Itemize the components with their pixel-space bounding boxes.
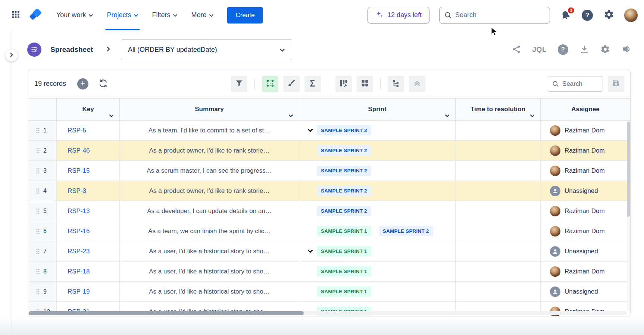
table-row[interactable]: 7 RSP-23 As a user, I'd like a historica… <box>28 241 630 262</box>
horizontal-scrollbar-thumb[interactable] <box>29 311 304 315</box>
time-to-resolution-cell[interactable] <box>456 241 541 261</box>
formatting-button[interactable] <box>262 76 278 92</box>
sheet-settings-button[interactable] <box>600 44 610 55</box>
time-to-resolution-cell[interactable] <box>456 161 541 181</box>
time-to-resolution-cell[interactable] <box>456 221 541 241</box>
summary-cell[interactable]: As a team, I'd like to commit to a set o… <box>120 120 299 140</box>
summary-cell[interactable]: As a user, I'd like a historical story t… <box>120 262 299 281</box>
jql-button[interactable]: JQL <box>532 46 547 54</box>
time-to-resolution-cell[interactable] <box>456 262 541 281</box>
collapse-all-button[interactable] <box>409 76 425 92</box>
filter-button[interactable] <box>231 76 247 92</box>
refresh-button[interactable] <box>98 78 108 90</box>
vertical-scrollbar-thumb[interactable] <box>627 122 630 217</box>
summary-cell[interactable]: As a developer, I can update details on … <box>120 201 299 221</box>
table-row[interactable]: 2 RSP-46 As a product owner, I'd like to… <box>28 141 630 161</box>
sprint-tag[interactable]: SAMPLE SPRINT 1 <box>317 246 371 256</box>
summary-cell[interactable]: As a product owner, I'd like to rank sto… <box>120 141 299 160</box>
global-search-input[interactable] <box>439 7 550 24</box>
header-cell-assignee[interactable]: Assignee <box>541 98 630 120</box>
add-record-button[interactable] <box>77 78 88 90</box>
summary-cell[interactable]: As a user, I'd like a historical story t… <box>120 282 299 301</box>
sprint-cell[interactable]: SAMPLE SPRINT 2 <box>299 120 456 140</box>
share-button[interactable] <box>512 44 521 55</box>
header-cell-key[interactable]: Key <box>57 98 120 120</box>
drag-handle-icon[interactable] <box>36 269 40 275</box>
assignee-cell[interactable]: Raziman Dom <box>541 120 630 140</box>
nav-item-your-work[interactable]: Your work <box>55 0 95 30</box>
header-cell-sprint[interactable]: Sprint <box>299 98 456 120</box>
time-to-resolution-cell[interactable] <box>456 282 541 301</box>
summary-cell[interactable]: As a scrum master, I can see the progres… <box>120 161 299 181</box>
header-cell-summary[interactable]: Summary <box>120 98 299 120</box>
sprint-tag[interactable]: SAMPLE SPRINT 1 <box>317 226 371 236</box>
sprint-cell[interactable]: SAMPLE SPRINT 2 <box>299 201 456 221</box>
issue-key-link[interactable]: RSP-23 <box>68 248 90 255</box>
sprint-tag[interactable]: SAMPLE SPRINT 2 <box>317 206 371 216</box>
time-to-resolution-cell[interactable] <box>456 181 541 201</box>
summary-cell[interactable]: As a user, I'd like a historical story t… <box>120 241 299 261</box>
sprint-tag[interactable]: SAMPLE SPRINT 2 <box>317 186 371 196</box>
drag-handle-icon[interactable] <box>36 188 40 194</box>
sprint-cell[interactable]: SAMPLE SPRINT 2 <box>299 141 456 160</box>
assignee-cell[interactable]: Unassigned <box>541 241 630 261</box>
sprint-cell[interactable]: SAMPLE SPRINT 2 <box>299 161 456 181</box>
drag-handle-icon[interactable] <box>36 208 40 214</box>
table-row[interactable]: 4 RSP-3 As a product owner, I'd like to … <box>28 181 630 201</box>
assignee-cell[interactable]: Unassigned <box>541 181 630 201</box>
table-row[interactable]: 6 RSP-16 As a team, we can finish the sp… <box>28 221 630 241</box>
assignee-cell[interactable]: Raziman Dom <box>541 161 630 181</box>
create-button[interactable]: Create <box>227 7 263 24</box>
assignee-cell[interactable]: Raziman Dom <box>541 141 630 160</box>
issue-key-link[interactable]: RSP-3 <box>68 187 86 195</box>
nav-item-projects[interactable]: Projects <box>105 0 140 30</box>
notification-badge[interactable]: 1 <box>567 7 575 14</box>
drag-handle-icon[interactable] <box>36 128 40 134</box>
drag-handle-icon[interactable] <box>36 168 40 174</box>
table-row[interactable]: 8 RSP-18 As a user, I'd like a historica… <box>28 262 630 282</box>
sum-button[interactable]: Σ <box>304 76 321 92</box>
sprint-cell[interactable]: SAMPLE SPRINT 1 <box>299 262 456 281</box>
nav-item-more[interactable]: More <box>190 0 215 30</box>
drag-handle-icon[interactable] <box>36 148 40 154</box>
vertical-scrollbar[interactable] <box>627 121 630 311</box>
issue-key-link[interactable]: RSP-13 <box>68 207 90 215</box>
settings-button[interactable] <box>604 9 614 21</box>
sprint-expander-icon[interactable] <box>307 128 313 133</box>
app-switcher-button[interactable] <box>10 10 21 21</box>
export-button[interactable] <box>579 44 589 55</box>
issue-key-link[interactable]: RSP-18 <box>68 268 90 275</box>
horizontal-scrollbar[interactable] <box>29 311 626 315</box>
assignee-cell[interactable]: Unassigned <box>541 282 630 301</box>
save-view-button[interactable] <box>608 76 624 92</box>
nav-item-filters[interactable]: Filters <box>150 0 179 30</box>
time-to-resolution-cell[interactable] <box>456 141 541 160</box>
sprint-expander-icon[interactable] <box>307 248 313 254</box>
view-selector-dropdown[interactable]: All (ORDER BY updatedDate) <box>121 39 292 60</box>
assignee-cell[interactable]: Raziman Dom <box>541 262 630 281</box>
sprint-tag[interactable]: SAMPLE SPRINT 1 <box>317 266 371 276</box>
sprint-tag[interactable]: SAMPLE SPRINT 1 <box>317 287 371 297</box>
sheet-help-button[interactable]: ? <box>558 44 568 55</box>
issue-key-link[interactable]: RSP-46 <box>68 147 90 154</box>
header-cell-time-to-resolution[interactable]: Time to resolution <box>456 98 541 120</box>
assignee-cell[interactable]: Raziman Dom <box>541 221 630 241</box>
issue-key-link[interactable]: RSP-16 <box>68 228 90 235</box>
assignee-cell[interactable]: Raziman Dom <box>541 201 630 221</box>
sprint-cell[interactable]: SAMPLE SPRINT 1 <box>299 282 456 301</box>
sprint-tag[interactable]: SAMPLE SPRINT 2 <box>379 226 433 236</box>
sidebar-expand-button[interactable] <box>5 49 18 62</box>
jira-logo-icon[interactable] <box>29 9 42 22</box>
trial-days-left-button[interactable]: 12 days left <box>368 7 429 24</box>
issue-key-link[interactable]: RSP-15 <box>68 167 90 175</box>
time-to-resolution-cell[interactable] <box>456 201 541 221</box>
time-to-resolution-cell[interactable] <box>456 120 541 140</box>
drag-handle-icon[interactable] <box>36 228 40 234</box>
sprint-tag[interactable]: SAMPLE SPRINT 2 <box>317 166 371 176</box>
sprint-tag[interactable]: SAMPLE SPRINT 2 <box>317 125 371 135</box>
table-row[interactable]: 3 RSP-15 As a scrum master, I can see th… <box>28 161 630 181</box>
table-row[interactable]: 5 RSP-13 As a developer, I can update de… <box>28 201 630 221</box>
user-avatar[interactable] <box>624 8 638 22</box>
table-row[interactable]: 1 RSP-5 As a team, I'd like to commit to… <box>28 120 630 141</box>
issue-key-link[interactable]: RSP-5 <box>68 127 86 134</box>
